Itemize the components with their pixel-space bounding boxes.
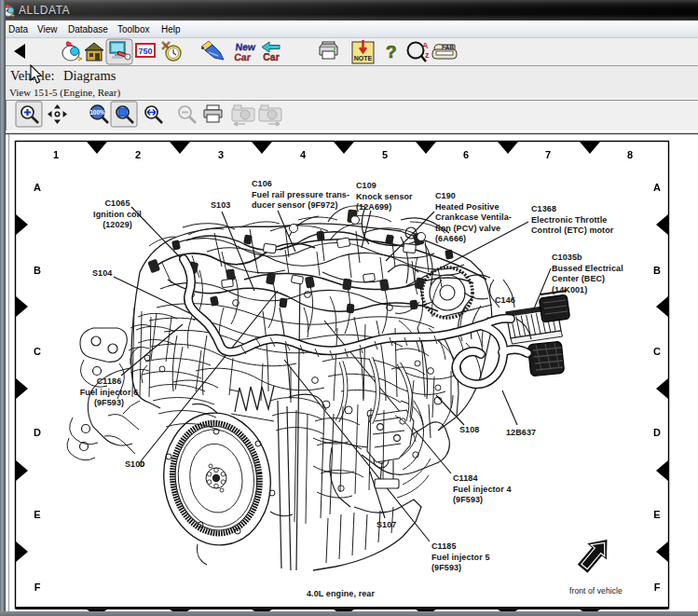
svg-text:z: z <box>425 50 430 60</box>
svg-text:C: C <box>653 346 661 357</box>
svg-text:3: 3 <box>218 149 224 160</box>
svg-text:1: 1 <box>53 149 59 160</box>
svg-text:E: E <box>34 509 40 520</box>
svg-text:750: 750 <box>138 47 152 56</box>
svg-text:A: A <box>422 41 429 50</box>
svg-text:4: 4 <box>300 149 307 160</box>
svg-text:Car: Car <box>263 51 280 62</box>
svg-text:A: A <box>34 182 41 193</box>
svg-text:D: D <box>653 427 661 438</box>
svg-text:Car: Car <box>234 51 252 62</box>
svg-text:F: F <box>34 582 41 593</box>
svg-text:B: B <box>34 265 41 276</box>
svg-text:?: ? <box>386 42 397 62</box>
svg-text:2: 2 <box>135 149 141 160</box>
svg-text:D: D <box>34 427 41 438</box>
svg-text:B: B <box>653 265 661 276</box>
svg-text:E: E <box>653 509 660 520</box>
svg-text:FAB: FAB <box>442 44 454 50</box>
svg-text:F: F <box>654 582 661 593</box>
svg-text:A: A <box>653 182 661 193</box>
svg-text:100%: 100% <box>89 109 105 116</box>
svg-text:5: 5 <box>382 149 388 160</box>
svg-text:6: 6 <box>463 149 469 160</box>
svg-text:8: 8 <box>627 149 633 160</box>
svg-text:C: C <box>34 346 41 357</box>
svg-text:7: 7 <box>545 149 551 160</box>
svg-text:NOTE: NOTE <box>354 55 373 62</box>
